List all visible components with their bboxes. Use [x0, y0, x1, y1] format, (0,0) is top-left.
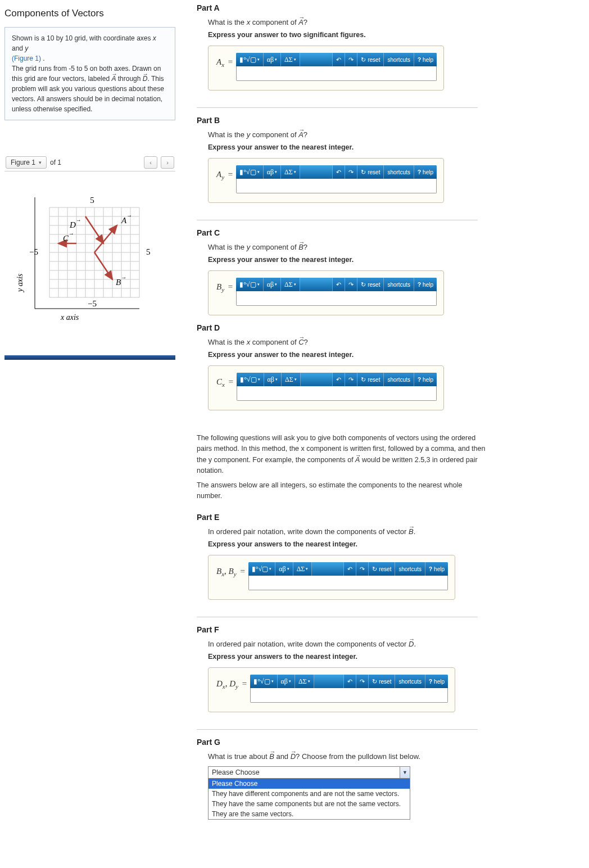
part-e-question: In ordered pair notation, write down the…: [208, 527, 572, 536]
part-b-answer-box: Ay = ▮°√▢▾ αβ▾ ΔΣ▾ ↶: [208, 158, 444, 203]
part-a-lhs: Ax =: [216, 53, 233, 68]
toolbar-symbols-button[interactable]: ΔΣ▾: [281, 278, 300, 291]
part-g-option[interactable]: They have different components and are n…: [209, 789, 410, 799]
part-d-input[interactable]: [237, 386, 437, 401]
toolbar-undo-button[interactable]: ↶: [343, 562, 356, 576]
toolbar-symbols-button[interactable]: ΔΣ▾: [293, 562, 312, 576]
divider-bar: [4, 355, 175, 360]
figure-next-button[interactable]: ›: [161, 156, 174, 169]
part-e-answer-box: Bx, By = ▮°√▢▾ αβ▾ ΔΣ▾: [208, 555, 455, 600]
part-f-lhs: Dx, Dy =: [216, 675, 247, 690]
toolbar-shortcuts-button[interactable]: shortcuts: [383, 53, 414, 66]
part-g-option[interactable]: They have the same components but are no…: [209, 799, 410, 809]
toolbar-greek-button[interactable]: αβ▾: [264, 373, 282, 386]
toolbar-reset-button[interactable]: ↻reset: [357, 53, 383, 66]
toolbar-shortcuts-button[interactable]: shortcuts: [383, 278, 414, 291]
toolbar-reset-button[interactable]: ↻reset: [368, 562, 395, 576]
part-a-answer-box: Ax = ▮°√▢▾ αβ▾ ΔΣ▾ ↶: [208, 46, 444, 91]
toolbar-greek-button[interactable]: αβ▾: [275, 562, 293, 576]
figure-prev-button[interactable]: ‹: [144, 156, 157, 169]
var-y: y: [25, 44, 28, 52]
toolbar-undo-button[interactable]: ↶: [332, 278, 345, 291]
part-a-input[interactable]: [236, 66, 437, 81]
page-title: Components of Vectors: [4, 8, 175, 19]
figure-link[interactable]: (Figure 1): [12, 55, 41, 62]
answer-toolbar: ▮°√▢▾ αβ▾ ΔΣ▾ ↶ ↷ ↻reset shortcuts: [248, 562, 448, 576]
part-b-title: Part B: [197, 116, 572, 125]
toolbar-templates-button[interactable]: ▮°√▢▾: [236, 278, 263, 291]
part-g-option[interactable]: They are the same vectors.: [209, 809, 410, 819]
part-c-answer-box: By = ▮°√▢▾ αβ▾ ΔΣ▾ ↶: [208, 270, 444, 315]
part-d-hint: Express your answer to the nearest integ…: [208, 351, 572, 359]
toolbar-help-button[interactable]: ?help: [414, 165, 437, 179]
toolbar-greek-button[interactable]: αβ▾: [264, 53, 281, 66]
toolbar-shortcuts-button[interactable]: shortcuts: [395, 675, 425, 688]
toolbar-help-button[interactable]: ?help: [414, 278, 437, 291]
toolbar-help-button[interactable]: ?help: [414, 373, 437, 386]
toolbar-reset-button[interactable]: ↻reset: [357, 278, 383, 291]
toolbar-undo-button[interactable]: ↶: [332, 165, 345, 179]
toolbar-help-button[interactable]: ?help: [414, 53, 437, 66]
toolbar-shortcuts-button[interactable]: shortcuts: [395, 562, 425, 576]
label-D: D→: [69, 217, 81, 229]
part-f-input[interactable]: [250, 688, 448, 703]
vec-D: D: [143, 74, 148, 84]
toolbar-help-button[interactable]: ?help: [425, 675, 448, 688]
part-e-lhs: Bx, By =: [216, 562, 245, 577]
toolbar-symbols-button[interactable]: ΔΣ▾: [282, 373, 301, 386]
toolbar-templates-button[interactable]: ▮°√▢▾: [248, 562, 275, 576]
part-e-hint: Express your answers to the nearest inte…: [208, 540, 572, 548]
part-g-select[interactable]: Please Choose ▼: [208, 766, 410, 779]
toolbar-undo-button[interactable]: ↶: [332, 53, 345, 66]
tick-neg5-y: −5: [88, 299, 97, 308]
figure-toolbar: Figure 1 of 1 ‹ ›: [4, 154, 175, 171]
toolbar-redo-button[interactable]: ↷: [345, 165, 357, 179]
separator: [197, 617, 478, 617]
part-b-hint: Express your answer to the nearest integ…: [208, 143, 572, 151]
toolbar-greek-button[interactable]: αβ▾: [264, 165, 281, 179]
answer-toolbar: ▮°√▢▾ αβ▾ ΔΣ▾ ↶ ↷ ↻reset shortcuts: [236, 278, 437, 291]
toolbar-greek-button[interactable]: αβ▾: [264, 278, 281, 291]
figure-count: of 1: [50, 159, 61, 166]
part-c-input[interactable]: [236, 291, 437, 306]
toolbar-templates-button[interactable]: ▮°√▢▾: [236, 53, 263, 66]
separator: [197, 729, 478, 730]
tick-5-y: 5: [90, 196, 94, 205]
toolbar-redo-button[interactable]: ↷: [356, 675, 368, 688]
part-e-input[interactable]: [248, 576, 448, 590]
part-g-option[interactable]: Please Choose: [209, 779, 410, 789]
toolbar-undo-button[interactable]: ↶: [332, 373, 345, 386]
intro-text: through: [116, 75, 142, 83]
answer-toolbar: ▮°√▢▾ αβ▾ ΔΣ▾ ↶ ↷ ↻reset shortcuts: [250, 675, 448, 688]
toolbar-redo-button[interactable]: ↷: [345, 53, 357, 66]
part-g-options-list: Please Choose They have different compon…: [208, 779, 410, 820]
toolbar-templates-button[interactable]: ▮°√▢▾: [250, 675, 277, 688]
toolbar-reset-button[interactable]: ↻reset: [357, 165, 383, 179]
toolbar-reset-button[interactable]: ↻reset: [368, 675, 395, 688]
part-c-question: What is the y component of B?: [208, 243, 572, 251]
part-b-input[interactable]: [236, 179, 437, 193]
toolbar-symbols-button[interactable]: ΔΣ▾: [281, 53, 300, 66]
toolbar-greek-button[interactable]: αβ▾: [278, 675, 295, 688]
part-a-hint: Express your answer to two significant f…: [208, 31, 572, 39]
label-C: C→: [63, 230, 74, 243]
toolbar-shortcuts-button[interactable]: shortcuts: [383, 373, 414, 386]
part-c-hint: Express your answer to the nearest integ…: [208, 256, 572, 264]
toolbar-redo-button[interactable]: ↷: [345, 373, 357, 386]
intro-text: and: [12, 44, 25, 52]
toolbar-redo-button[interactable]: ↷: [345, 278, 357, 291]
toolbar-help-button[interactable]: ?help: [425, 562, 448, 576]
answer-toolbar: ▮°√▢▾ αβ▾ ΔΣ▾ ↶ ↷ ↻reset shortcuts: [237, 373, 437, 386]
toolbar-reset-button[interactable]: ↻reset: [357, 373, 383, 386]
toolbar-templates-button[interactable]: ▮°√▢▾: [236, 165, 263, 179]
toolbar-redo-button[interactable]: ↷: [356, 562, 368, 576]
part-f-question: In ordered pair notation, write down the…: [208, 640, 572, 648]
toolbar-undo-button[interactable]: ↶: [343, 675, 356, 688]
toolbar-symbols-button[interactable]: ΔΣ▾: [281, 165, 300, 179]
toolbar-shortcuts-button[interactable]: shortcuts: [383, 165, 414, 179]
figure-selector[interactable]: Figure 1: [6, 156, 47, 169]
intro-box: Shown is a 10 by 10 grid, with coordinat…: [4, 27, 175, 120]
part-e-title: Part E: [197, 513, 572, 522]
toolbar-symbols-button[interactable]: ΔΣ▾: [295, 675, 314, 688]
toolbar-templates-button[interactable]: ▮°√▢▾: [237, 373, 264, 386]
